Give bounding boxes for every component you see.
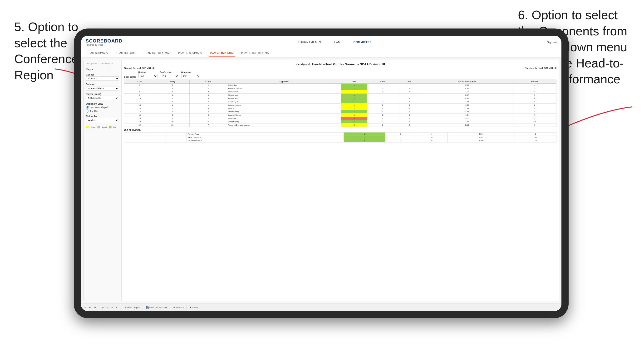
toolbar-crop[interactable]: ⊡ [106, 306, 108, 309]
gender-select[interactable]: Women's [86, 76, 119, 81]
cell-conf: 1 [189, 104, 227, 107]
out-of-division-table: Foreign Team 1 0 0 4.500 2 NAIA Division… [124, 132, 556, 143]
cell-conf: 4 [189, 107, 227, 110]
ood-cell-opponent: NCAA Division 2 [187, 139, 344, 143]
toolbar-view-original[interactable]: 🖥 View: Original [124, 306, 140, 309]
cell-rounds: 4 [514, 84, 556, 87]
cell-div: 3 [124, 84, 155, 87]
cell-opponent: Esther Lee [227, 84, 341, 87]
table-row: 9 1 4 Sharon Mun 1 3.67 3 [124, 94, 556, 97]
cell-reg: 2 [155, 100, 190, 104]
cell-rounds: 3 [514, 100, 556, 104]
cell-tie: 0 [398, 100, 420, 104]
subnav-team-h2h-heatmap[interactable]: TEAM H2H HEATMAP [143, 50, 172, 56]
opponent-select[interactable]: (All) [181, 74, 200, 78]
main-content: Last Updated: 27/03/2024 04:04 Player Ge… [81, 57, 562, 304]
toolbar-share[interactable]: ⬆ Share [190, 306, 198, 309]
toolbar-sep5 [186, 306, 187, 310]
subnav-team-summary[interactable]: TEAM SUMMARY [86, 50, 110, 56]
cell-loss: 0 [367, 110, 398, 114]
division-select[interactable]: NCAA Division III [86, 86, 119, 90]
nav-tournaments[interactable]: TOURNAMENTS [296, 40, 323, 45]
app-header: SCOREBOARD Powered by clippd TOURNAMENTS… [81, 36, 562, 49]
cell-win: 2 [341, 97, 367, 100]
ood-cell-rounds: 10 [515, 139, 556, 143]
table-row: 20 11 7 Federica Domecq Lacroze 2 1 0 1.… [124, 124, 556, 127]
logo-sub: Powered by clippd [86, 44, 122, 46]
cell-reg: 6 [155, 97, 190, 100]
cell-loss: 0 [367, 97, 398, 100]
th-win: Win [341, 80, 367, 84]
cell-rounds: 3 [514, 90, 556, 94]
ood-cell-tie: 0 [416, 136, 448, 139]
opponents-filter-label: Opponents: [124, 76, 136, 78]
radio-opponents-played[interactable]: Opponents Played [86, 106, 119, 109]
cell-conf: 6 [189, 114, 227, 117]
region-select[interactable]: (All) [138, 74, 158, 78]
sign-out-link[interactable]: Sign out [547, 41, 557, 44]
color-down-dot [86, 126, 89, 129]
table-row: 16 3 6 Jessica Mason 1 2 0 -0.94 7 [124, 114, 556, 117]
toolbar-refresh[interactable]: ↺ [111, 306, 113, 309]
cell-rounds: 4 [514, 97, 556, 100]
page-title: Katelyn Vo Head-to-Head Grid for Women's… [124, 62, 556, 66]
cell-win: 2 [341, 107, 367, 110]
records-row: Overall Record: 353 - 34 - 6 Division Re… [124, 67, 556, 70]
th-tie: Tie [398, 80, 420, 84]
cell-opponent: Andrea York [227, 97, 341, 100]
ood-table-row: NAIA Division 1 15 0 0 9.267 30 [124, 136, 556, 139]
cell-conf: 7 [189, 124, 227, 127]
cell-tie: 0 [398, 87, 420, 90]
toolbar-undo2[interactable]: ↩ [89, 306, 91, 309]
cell-loss: 0 [367, 100, 398, 104]
color-indicators: Down Level Up [86, 126, 119, 129]
player-section-label: Player [86, 68, 119, 71]
table-row: 11 2 5 Heejo Hyun 1 0 0 3.33 3 [124, 100, 556, 104]
toolbar-clock[interactable]: ⏱ [116, 306, 118, 309]
table-row: 3 3 1 Esther Lee 1 1.50 4 [124, 84, 556, 87]
cell-conf: 3 [189, 90, 227, 94]
cell-opponent: Euna Lee [227, 117, 341, 120]
toolbar-save-custom[interactable]: 💾 Save Custom View [146, 306, 167, 309]
colour-by-select[interactable]: Win/loss [86, 118, 119, 122]
cell-reg: 1 [155, 94, 190, 97]
cell-win: 1 [341, 104, 367, 107]
ood-cell-loss: 0 [385, 133, 416, 136]
subnav-team-h2h-grid[interactable]: TEAM H2H GRID [115, 50, 138, 56]
cell-diff: 0.38 [420, 107, 514, 110]
cell-rounds: 11 [514, 120, 556, 124]
subnav-player-h2h-heatmap[interactable]: PLAYER H2H HEATMAP [240, 50, 272, 56]
radio-top-100[interactable]: Top 100 [86, 110, 119, 113]
cell-tie: 0 [398, 90, 420, 94]
cell-div: 16 [124, 114, 155, 117]
toolbar-grid[interactable]: ⊞ [102, 306, 104, 309]
cell-div: 11 [124, 100, 155, 104]
cell-opponent: Jessica Mason [227, 114, 341, 117]
player-rank-select[interactable]: 8. Katelyn Vo [86, 96, 119, 100]
nav-committee[interactable]: COMMITTEE [352, 40, 374, 45]
cell-rounds: 7 [514, 114, 556, 117]
filter-row: Opponents: Region (All) Conference (All) [124, 71, 556, 78]
cell-diff: 1.50 [420, 84, 514, 87]
toolbar-watch[interactable]: 👁 Watch ▾ [173, 306, 184, 309]
cell-diff: 0.30 [420, 120, 514, 124]
toolbar-undo[interactable]: ↩ [84, 306, 86, 309]
cell-loss: 0 [367, 87, 398, 90]
conference-filter-group: Conference (All) [160, 71, 179, 78]
ood-cell-loss: 0 [385, 139, 416, 143]
cell-div: 10 [124, 97, 155, 100]
cell-diff: -3.00 [420, 104, 514, 107]
conference-select[interactable]: (All) [160, 74, 179, 78]
ood-cell-conf [166, 139, 187, 143]
cell-div: 15 [124, 110, 155, 114]
sidebar: Last Updated: 27/03/2024 04:04 Player Ge… [84, 60, 122, 301]
subnav-player-h2h-grid[interactable]: PLAYER H2H GRID [209, 49, 235, 56]
toolbar-redo[interactable]: ↪ [94, 306, 96, 309]
nav-teams[interactable]: TEAMS [330, 40, 344, 45]
ood-cell-rounds: 2 [515, 133, 556, 136]
cell-reg: 2 [155, 117, 190, 120]
cell-reg: 3 [155, 114, 190, 117]
subnav-player-summary[interactable]: PLAYER SUMMARY [177, 50, 204, 56]
sign-out-area: Sign out [547, 41, 557, 44]
cell-tie: 0 [398, 107, 420, 110]
